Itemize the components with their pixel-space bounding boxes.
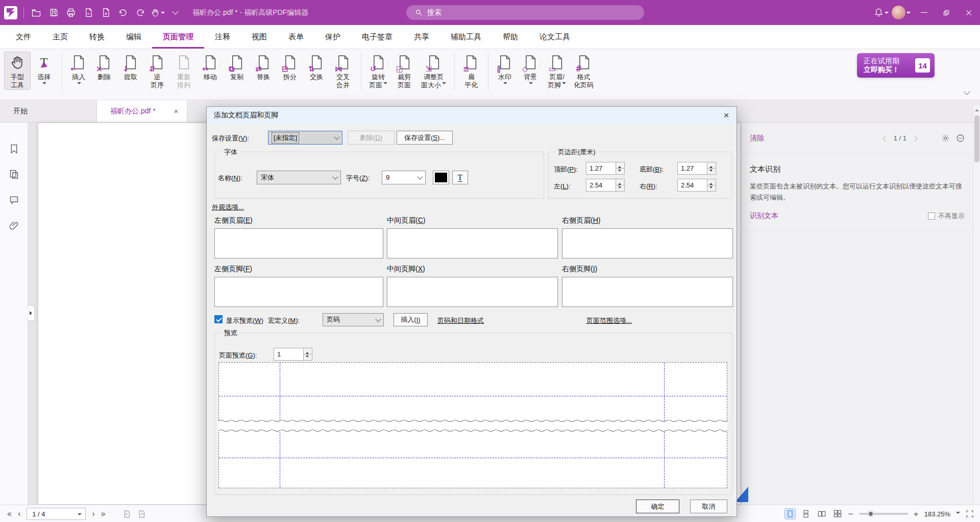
ribbon-tool-select[interactable]: T 选择 bbox=[31, 52, 57, 90]
margin-right-stepper[interactable] bbox=[707, 179, 716, 192]
last-page-button[interactable]: » bbox=[101, 509, 106, 518]
ribbon-tool-background[interactable]: T ◇ 背景 bbox=[517, 52, 544, 90]
sidebar-expand-handle[interactable] bbox=[28, 305, 35, 321]
cancel-button[interactable]: 取消 bbox=[690, 500, 727, 513]
ribbon-tool-resize-pages[interactable]: T ⇲ 调整页 面大小 bbox=[418, 52, 450, 90]
fullscreen-button[interactable] bbox=[966, 510, 974, 518]
macro-select[interactable]: 页码 bbox=[323, 313, 384, 326]
notifications-button[interactable] bbox=[873, 5, 889, 21]
print-button[interactable] bbox=[63, 5, 79, 21]
ribbon-tool-swap-pages[interactable]: T ⇅ 交换 bbox=[303, 52, 330, 82]
menu-item-file[interactable]: 文件 bbox=[5, 25, 42, 49]
menu-item-accessibility[interactable]: 辅助工具 bbox=[440, 25, 492, 49]
margin-top-stepper[interactable] bbox=[616, 162, 625, 175]
collapse-ribbon-button[interactable] bbox=[965, 89, 971, 96]
zoom-dropdown-caret-icon[interactable] bbox=[956, 512, 960, 516]
margin-top-field[interactable]: 1.27 bbox=[586, 162, 625, 175]
show-preview-checkbox[interactable] bbox=[214, 315, 223, 323]
facing-view-button[interactable] bbox=[817, 509, 827, 519]
menu-item-home[interactable]: 主页 bbox=[42, 25, 79, 49]
dont-show-again-checkbox[interactable] bbox=[928, 212, 935, 220]
margin-right-field[interactable]: 2.54 bbox=[677, 179, 716, 192]
font-name-select[interactable]: 宋体 bbox=[257, 171, 341, 184]
extract-page-button[interactable] bbox=[80, 5, 96, 21]
saved-settings-select[interactable]: [未指定] bbox=[268, 131, 342, 145]
page-range-options-link[interactable]: 页面范围选项... bbox=[586, 316, 632, 325]
header-center-textarea[interactable] bbox=[387, 228, 558, 258]
ribbon-tool-extract-pages[interactable]: T ↓ 提取 bbox=[117, 52, 144, 82]
next-page-button[interactable]: › bbox=[92, 509, 94, 518]
account-button[interactable] bbox=[889, 5, 913, 21]
hand-tool-quick-button[interactable] bbox=[150, 5, 166, 21]
continuous-view-button[interactable] bbox=[801, 509, 811, 519]
pager-next-icon[interactable] bbox=[912, 135, 917, 141]
previous-view-button[interactable] bbox=[122, 510, 131, 518]
restore-button[interactable] bbox=[935, 0, 958, 25]
insert-macro-button[interactable]: 插入(I) bbox=[394, 313, 428, 326]
ribbon-tool-watermark[interactable]: T ∥ 水印 bbox=[488, 52, 517, 90]
clear-button[interactable]: 清除 bbox=[750, 134, 764, 143]
menu-item-form[interactable]: 表单 bbox=[278, 25, 314, 49]
comments-panel-button[interactable] bbox=[0, 187, 28, 212]
page-preview-stepper[interactable] bbox=[304, 348, 312, 361]
ribbon-tool-rearrange[interactable]: T 重新 排列 bbox=[170, 52, 197, 90]
dismiss-option[interactable]: 不再显示 bbox=[928, 211, 965, 221]
ribbon-tool-hand-tool[interactable]: T 手型 工具 bbox=[4, 52, 31, 90]
recognize-text-link[interactable]: 识别文本 bbox=[750, 211, 778, 221]
facing-continuous-view-button[interactable] bbox=[832, 509, 843, 519]
previous-page-button[interactable]: ‹ bbox=[18, 509, 20, 518]
page-date-format-link[interactable]: 页码和日期格式 bbox=[437, 316, 484, 325]
ribbon-tool-delete-pages[interactable]: T × 删除 bbox=[91, 52, 117, 82]
close-tab-icon[interactable]: × bbox=[172, 106, 181, 115]
add-page-button[interactable] bbox=[97, 5, 114, 21]
trial-purchase-badge[interactable]: 正在试用期 立即购买！ 14 bbox=[857, 53, 935, 78]
scroll-up-button[interactable] bbox=[973, 105, 980, 113]
font-color-picker[interactable] bbox=[433, 171, 449, 184]
zoom-level[interactable]: 183.25% bbox=[924, 510, 950, 518]
menu-item-protect[interactable]: 保护 bbox=[314, 25, 351, 49]
tab-document[interactable]: 福昕办公.pdf * × bbox=[97, 100, 187, 122]
close-window-button[interactable] bbox=[958, 0, 980, 25]
margin-bottom-stepper[interactable] bbox=[707, 162, 716, 175]
ribbon-tool-format-page-number[interactable]: T # 格式 化页码 bbox=[570, 52, 597, 90]
menu-item-page-manage[interactable]: 页面管理 bbox=[152, 25, 204, 49]
ribbon-tool-insert-pages[interactable]: T ← 插入 bbox=[62, 52, 91, 90]
ribbon-tool-replace-pages[interactable]: T ⇄ 替换 bbox=[250, 52, 277, 82]
margin-left-field[interactable]: 2.54 bbox=[586, 179, 625, 192]
dialog-close-button[interactable]: × bbox=[719, 108, 733, 123]
ribbon-tool-move-pages[interactable]: T ↔ 移动 bbox=[197, 52, 224, 82]
font-size-select[interactable]: 9 bbox=[382, 171, 426, 184]
bookmarks-panel-button[interactable] bbox=[0, 136, 28, 161]
ribbon-tool-flatten[interactable]: T ≡ 扁 平化 bbox=[454, 52, 483, 90]
undo-button[interactable] bbox=[115, 5, 131, 21]
footer-right-textarea[interactable] bbox=[562, 277, 733, 307]
gear-icon[interactable] bbox=[941, 134, 950, 143]
pages-panel-button[interactable] bbox=[0, 161, 28, 187]
header-right-textarea[interactable] bbox=[562, 228, 733, 258]
ribbon-tool-copy-pages[interactable]: T ⧉ 复制 bbox=[224, 52, 250, 82]
ribbon-tool-header-footer[interactable]: T ▭ 页眉/ 页脚 bbox=[544, 52, 570, 90]
open-file-button[interactable] bbox=[28, 5, 44, 21]
ribbon-tool-interleave-merge[interactable]: T ⋈ 交叉 合并 bbox=[330, 52, 356, 90]
underline-style-button[interactable]: T bbox=[452, 171, 468, 184]
dialog-titlebar[interactable]: 添加文档页眉和页脚 × bbox=[207, 107, 737, 124]
menu-item-help[interactable]: 帮助 bbox=[492, 25, 529, 49]
delete-setting-button[interactable]: 删除(D) bbox=[348, 131, 395, 145]
margin-left-stepper[interactable] bbox=[616, 179, 625, 192]
toolbar-options-button[interactable] bbox=[167, 5, 183, 21]
menu-item-paper-tools[interactable]: 论文工具 bbox=[529, 25, 581, 49]
search-input[interactable]: 搜索 bbox=[406, 5, 644, 20]
footer-left-textarea[interactable] bbox=[214, 277, 383, 307]
next-view-button[interactable] bbox=[137, 510, 146, 518]
tab-start[interactable]: 开始 bbox=[0, 100, 97, 122]
menu-item-view[interactable]: 视图 bbox=[241, 25, 278, 49]
minimize-button[interactable] bbox=[913, 0, 935, 25]
save-button[interactable] bbox=[45, 5, 62, 21]
appearance-options-link[interactable]: 外观选项... bbox=[212, 203, 244, 212]
single-page-view-button[interactable] bbox=[785, 509, 795, 519]
redo-button[interactable] bbox=[132, 5, 149, 21]
menu-item-comment[interactable]: 注释 bbox=[204, 25, 241, 49]
ribbon-tool-rotate-pages[interactable]: T ↺ 旋转 页面 bbox=[361, 52, 391, 90]
pager-previous-icon[interactable] bbox=[883, 135, 888, 141]
margin-bottom-field[interactable]: 1.27 bbox=[677, 162, 716, 175]
